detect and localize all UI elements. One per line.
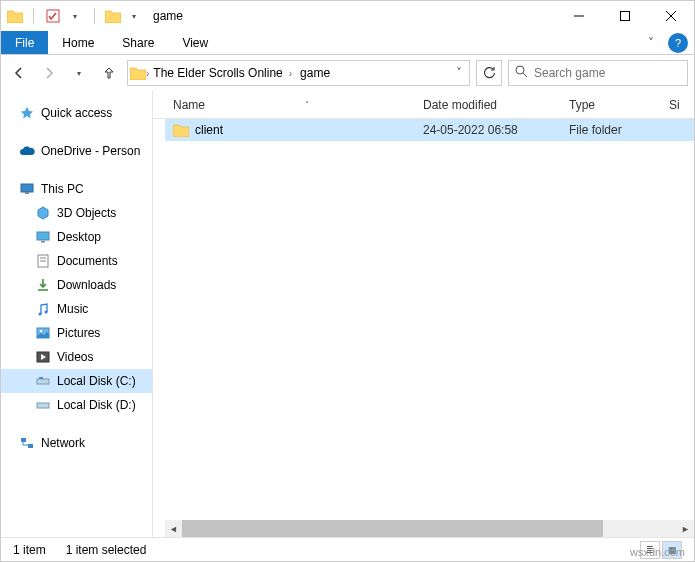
scroll-left-icon[interactable]: ◄	[165, 520, 182, 537]
app-folder-icon	[7, 8, 23, 24]
close-button[interactable]	[648, 1, 694, 31]
titlebar: ▾ ▾ game	[1, 1, 694, 31]
up-button[interactable]	[97, 61, 121, 85]
file-name: client	[195, 123, 223, 137]
sort-indicator-icon: ˄	[305, 100, 309, 109]
view-large-button[interactable]: ▦	[662, 541, 682, 559]
objects-icon	[35, 205, 51, 221]
breadcrumb-item[interactable]: The Elder Scrolls Online›	[149, 61, 296, 85]
search-icon	[515, 65, 528, 81]
svg-line-6	[523, 73, 527, 77]
scroll-thumb[interactable]	[182, 520, 603, 537]
svg-point-15	[45, 311, 48, 314]
quick-access-toolbar: ▾ ▾	[7, 7, 143, 25]
file-row[interactable]: client 24-05-2022 06:58 File folder	[165, 119, 694, 141]
maximize-button[interactable]	[602, 1, 648, 31]
tree-onedrive[interactable]: OneDrive - Person	[1, 139, 152, 163]
address-bar[interactable]: › The Elder Scrolls Online› game ˅	[127, 60, 470, 86]
chevron-right-icon: ›	[289, 68, 292, 79]
column-date[interactable]: Date modified	[415, 98, 561, 112]
breadcrumb-item[interactable]: game	[296, 61, 334, 85]
scroll-right-icon[interactable]: ►	[677, 520, 694, 537]
tree-local-disk-c[interactable]: Local Disk (C:)	[1, 369, 152, 393]
horizontal-scrollbar[interactable]: ◄ ►	[165, 520, 694, 537]
status-count: 1 item	[13, 543, 46, 557]
qat-properties-button[interactable]	[44, 7, 62, 25]
tree-documents[interactable]: Documents	[1, 249, 152, 273]
minimize-button[interactable]	[556, 1, 602, 31]
address-folder-icon	[130, 65, 146, 81]
forward-button[interactable]	[37, 61, 61, 85]
tree-music[interactable]: Music	[1, 297, 152, 321]
tree-3d-objects[interactable]: 3D Objects	[1, 201, 152, 225]
svg-rect-9	[37, 232, 49, 240]
svg-point-14	[39, 313, 42, 316]
music-icon	[35, 301, 51, 317]
back-button[interactable]	[7, 61, 31, 85]
nav-bar: ▾ › The Elder Scrolls Online› game ˅	[1, 55, 694, 91]
folder-icon	[173, 122, 189, 138]
ribbon-expand-icon[interactable]: ˅	[640, 36, 662, 50]
window-title: game	[153, 9, 183, 23]
svg-rect-2	[621, 12, 630, 21]
tab-share[interactable]: Share	[108, 32, 168, 54]
pc-icon	[19, 181, 35, 197]
svg-point-17	[40, 330, 42, 332]
svg-rect-21	[37, 403, 49, 408]
tree-network[interactable]: Network	[1, 431, 152, 455]
drive-icon	[35, 373, 51, 389]
desktop-icon	[35, 229, 51, 245]
help-button[interactable]: ?	[668, 33, 688, 53]
file-list: client 24-05-2022 06:58 File folder	[153, 119, 694, 520]
separator	[94, 8, 95, 24]
network-icon	[19, 435, 35, 451]
tree-desktop[interactable]: Desktop	[1, 225, 152, 249]
title-folder-icon	[105, 8, 121, 24]
ribbon-tabs: File Home Share View ˅ ?	[1, 31, 694, 55]
body: Quick access OneDrive - Person This PC 3…	[1, 91, 694, 537]
window-controls	[556, 1, 694, 31]
search-box[interactable]	[508, 60, 688, 86]
recent-dropdown-icon[interactable]: ▾	[67, 61, 91, 85]
separator	[33, 8, 34, 24]
videos-icon	[35, 349, 51, 365]
file-type: File folder	[561, 123, 661, 137]
address-dropdown-icon[interactable]: ˅	[449, 66, 467, 80]
column-size[interactable]: Si	[661, 98, 694, 112]
drive-icon	[35, 397, 51, 413]
nav-tree: Quick access OneDrive - Person This PC 3…	[1, 91, 153, 537]
svg-point-5	[516, 66, 524, 74]
tree-local-disk-d[interactable]: Local Disk (D:)	[1, 393, 152, 417]
status-selected: 1 item selected	[66, 543, 147, 557]
tree-pictures[interactable]: Pictures	[1, 321, 152, 345]
tree-downloads[interactable]: Downloads	[1, 273, 152, 297]
svg-rect-8	[25, 192, 29, 194]
column-name[interactable]: Name˄	[165, 98, 415, 112]
svg-rect-22	[21, 438, 26, 442]
qat-chevron-icon[interactable]: ▾	[125, 7, 143, 25]
star-icon	[19, 105, 35, 121]
tree-this-pc[interactable]: This PC	[1, 177, 152, 201]
content-pane: Name˄ Date modified Type Si client 24-05…	[153, 91, 694, 537]
svg-rect-7	[21, 184, 33, 192]
status-bar: 1 item 1 item selected ≣ ▦	[1, 537, 694, 561]
column-headers: Name˄ Date modified Type Si	[153, 91, 694, 119]
view-details-button[interactable]: ≣	[640, 541, 660, 559]
downloads-icon	[35, 277, 51, 293]
file-date: 24-05-2022 06:58	[415, 123, 561, 137]
tab-view[interactable]: View	[168, 32, 222, 54]
tab-file[interactable]: File	[1, 31, 48, 54]
pictures-icon	[35, 325, 51, 341]
column-type[interactable]: Type	[561, 98, 661, 112]
tab-home[interactable]: Home	[48, 32, 108, 54]
svg-rect-20	[39, 377, 43, 379]
svg-rect-19	[37, 379, 49, 384]
documents-icon	[35, 253, 51, 269]
tree-quick-access[interactable]: Quick access	[1, 101, 152, 125]
qat-dropdown-icon[interactable]: ▾	[66, 7, 84, 25]
tree-videos[interactable]: Videos	[1, 345, 152, 369]
refresh-button[interactable]	[476, 60, 502, 86]
cloud-icon	[19, 143, 35, 159]
svg-rect-10	[41, 241, 45, 243]
search-input[interactable]	[534, 66, 684, 80]
